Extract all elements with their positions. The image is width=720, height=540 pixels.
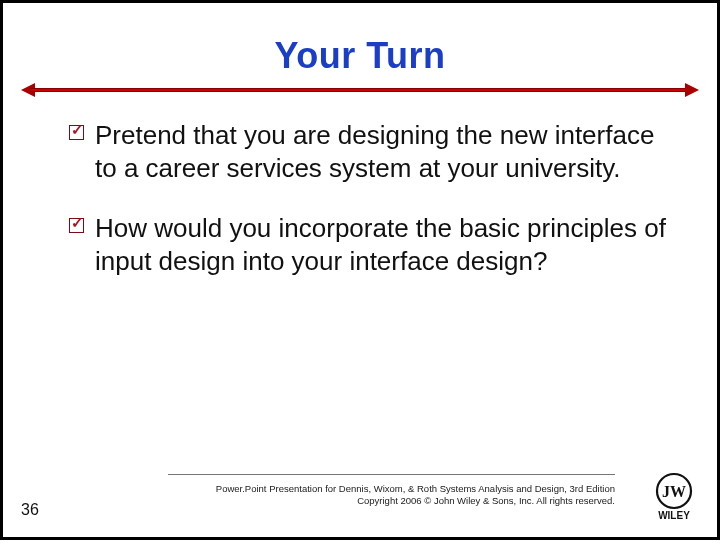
list-item: ✓ Pretend that you are designing the new…: [73, 119, 669, 186]
credit-line: Copyright 2006 © John Wiley & Sons, Inc.…: [168, 495, 615, 507]
title-divider: [25, 83, 695, 97]
credit-line: Power.Point Presentation for Dennis, Wix…: [168, 483, 615, 495]
page-number: 36: [21, 501, 39, 519]
arrow-right-icon: [685, 83, 699, 97]
bullet-text: How would you incorporate the basic prin…: [95, 213, 666, 276]
slide-title: Your Turn: [3, 35, 717, 77]
bullet-list: ✓ Pretend that you are designing the new…: [73, 119, 669, 278]
list-item: ✓ How would you incorporate the basic pr…: [73, 212, 669, 279]
slide: Your Turn ✓ Pretend that you are designi…: [3, 3, 717, 537]
divider-line: [31, 88, 689, 92]
svg-text:JW: JW: [662, 483, 686, 500]
footer-credits: Power.Point Presentation for Dennis, Wix…: [168, 483, 615, 507]
footer-divider: [168, 474, 615, 475]
checkbox-icon: ✓: [69, 218, 84, 233]
wiley-logo-icon: JW WILEY: [647, 469, 701, 523]
logo-text: WILEY: [658, 510, 690, 521]
bullet-text: Pretend that you are designing the new i…: [95, 120, 654, 183]
checkbox-icon: ✓: [69, 125, 84, 140]
